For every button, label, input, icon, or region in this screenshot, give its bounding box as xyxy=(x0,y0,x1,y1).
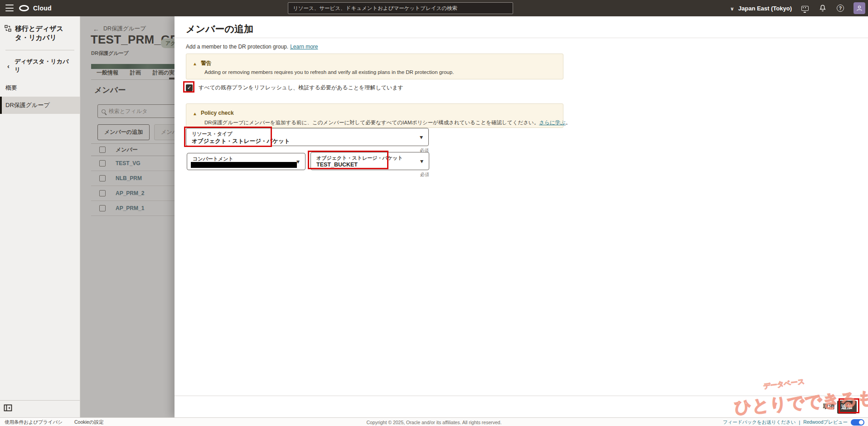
region-label: Japan East (Tokyo) xyxy=(738,5,792,12)
sidebar-item-overview[interactable]: 概要 xyxy=(0,79,80,97)
learn-more-jp-link[interactable]: さらに学ぶ xyxy=(539,120,566,125)
panel-title: メンバーの追加 xyxy=(186,23,253,35)
acknowledge-label: すべての既存プランをリフレッシュし、検証する必要があることを理解しています xyxy=(199,84,403,92)
dropdown-caret-icon xyxy=(420,133,423,141)
add-member-panel: メンバーの追加 Add a member to the DR protectio… xyxy=(175,16,868,417)
bucket-label: オブジェクト・ストレージ・バケット xyxy=(316,155,403,162)
acknowledge-row: すべての既存プランをリフレッシュし、検証する必要があることを理解しています xyxy=(186,84,403,92)
notifications-bell-icon[interactable] xyxy=(818,4,827,13)
resource-type-select[interactable]: リソース・タイプ オブジェクト・ストレージ・バケット xyxy=(186,128,429,146)
chevron-left-icon xyxy=(7,62,10,70)
policy-title: Policy check xyxy=(201,110,234,116)
acknowledge-checkbox[interactable] xyxy=(186,84,193,91)
sidebar-title: 移行とディザスタ・リカバリ xyxy=(15,24,75,42)
policy-body: DR保護グループにメンバーを追加する前に、このメンバーに対して必要なすべてのIA… xyxy=(186,118,563,126)
sidebar-bottom xyxy=(0,400,80,417)
warning-box: 警告 Adding or removing members requires y… xyxy=(186,54,563,79)
region-selector[interactable]: Japan East (Tokyo) xyxy=(730,5,792,12)
warning-triangle-icon xyxy=(193,109,197,117)
global-search-input[interactable] xyxy=(288,2,513,14)
redwood-preview-label: Redwoodプレビュー xyxy=(803,419,848,426)
migration-dr-icon xyxy=(5,25,11,32)
panel-footer-divider xyxy=(175,396,868,396)
resource-type-value: オブジェクト・ストレージ・バケット xyxy=(192,137,290,145)
panel-intro: Add a member to the DR protection group.… xyxy=(186,44,318,50)
warning-triangle-icon xyxy=(193,59,197,67)
warning-body: Adding or removing members requires you … xyxy=(186,69,563,75)
panel-title-divider xyxy=(175,38,868,38)
global-footer: 使用条件およびプライバシ Cookieの設定 Copyright © 2025,… xyxy=(0,417,868,426)
bucket-value: TEST_BUCKET xyxy=(316,162,358,168)
sidebar-back-link[interactable]: ディザスタ・リカバリ xyxy=(0,50,80,79)
oracle-cloud-logo[interactable]: Cloud xyxy=(19,0,52,16)
cancel-button[interactable]: 取消 xyxy=(823,403,834,411)
learn-more-link[interactable]: Learn more xyxy=(290,44,318,50)
feedback-link[interactable]: フィードバックをお送りください xyxy=(723,419,796,426)
resource-type-label: リソース・タイプ xyxy=(192,131,233,137)
hamburger-menu-icon[interactable] xyxy=(5,5,14,11)
sidebar-header: 移行とディザスタ・リカバリ xyxy=(0,16,80,48)
oci-console: Cloud Japan East (Tokyo) 移行とディザスタ・リカバリ xyxy=(0,0,868,426)
redacted-value xyxy=(191,162,297,168)
required-hint: 必須 xyxy=(310,171,429,178)
bucket-select[interactable]: オブジェクト・ストレージ・バケット TEST_BUCKET xyxy=(310,152,429,170)
brand-name: Cloud xyxy=(33,5,52,12)
cloud-shell-icon[interactable] xyxy=(800,4,810,13)
user-avatar[interactable] xyxy=(853,2,865,14)
compartment-label: コンパートメント xyxy=(193,156,233,162)
oracle-o-icon xyxy=(19,5,29,11)
collapse-sidebar-icon[interactable] xyxy=(4,404,13,412)
dropdown-caret-icon xyxy=(296,157,300,166)
policy-check-box: Policy check DR保護グループにメンバーを追加する前に、このメンバー… xyxy=(186,103,563,128)
compartment-select[interactable]: コンパートメント xyxy=(187,153,305,170)
top-bar: Cloud Japan East (Tokyo) xyxy=(0,0,868,16)
redwood-preview-toggle[interactable] xyxy=(851,419,864,426)
left-sidebar: 移行とディザスタ・リカバリ ディザスタ・リカバリ 概要 DR保護グループ xyxy=(0,16,80,417)
sidebar-item-dr-protection-groups[interactable]: DR保護グループ xyxy=(0,97,80,114)
chevron-down-icon xyxy=(730,5,734,12)
help-icon[interactable] xyxy=(836,4,845,13)
warning-title: 警告 xyxy=(201,59,212,67)
add-button[interactable]: 追加 xyxy=(837,401,857,414)
topbar-actions: Japan East (Tokyo) xyxy=(730,0,865,16)
dropdown-caret-icon xyxy=(420,157,423,165)
